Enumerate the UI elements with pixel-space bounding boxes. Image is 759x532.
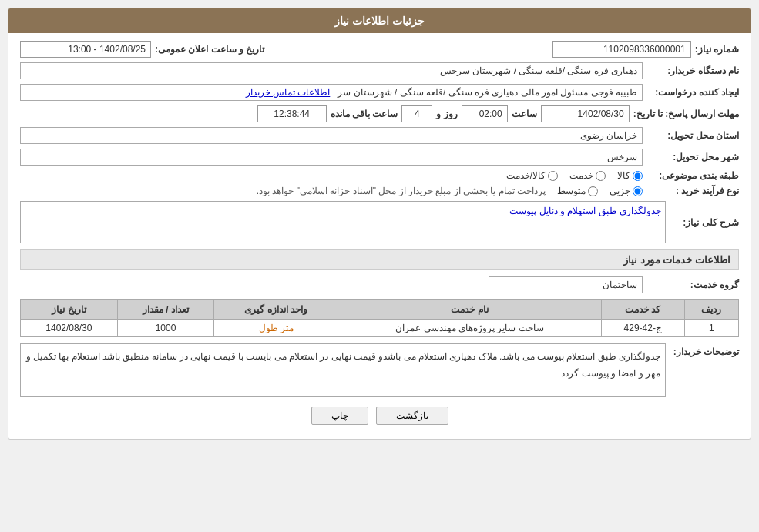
deadline-days: 4: [401, 105, 432, 122]
purchase-mottaset-label: متوسط: [557, 186, 586, 196]
purchase-jozei-label: جزیی: [610, 186, 630, 196]
buyer-org-label: نام دستگاه خریدار:: [646, 65, 739, 76]
cell-unit: متر طول: [214, 320, 338, 337]
deadline-date: 1402/08/30: [541, 105, 630, 122]
province-value: خراسان رضوی: [20, 127, 643, 144]
table-row: 1 ج-42-429 ساخت سایر پروژه‌های مهندسی عم…: [21, 320, 739, 337]
category-khedmat-item[interactable]: خدمت: [569, 170, 606, 181]
contact-link[interactable]: اطلاعات تماس خریدار: [246, 87, 331, 98]
creator-value: طبیبه فوجی مسئول امور مالی دهیاری فره سن…: [20, 84, 643, 101]
cell-row: 1: [684, 320, 738, 337]
col-header-quantity: تعداد / مقدار: [117, 300, 214, 320]
city-label: شهر محل تحویل:: [646, 152, 739, 162]
category-options: کالا/خدمت خدمت کالا: [506, 170, 643, 181]
creator-text: طبیبه فوجی مسئول امور مالی دهیاری فره سن…: [338, 87, 637, 98]
purchase-jozei-radio[interactable]: [633, 186, 643, 196]
back-button[interactable]: بازگشت: [376, 407, 448, 425]
buyer-notes-label: توضیحات خریدار:: [670, 343, 739, 357]
purchase-type-options: متوسط جزیی: [557, 186, 643, 196]
need-number-label: شماره نیاز:: [695, 44, 739, 55]
purchase-type-row: نوع فرآیند خرید : متوسط جزیی پرداخت تمام…: [20, 186, 739, 196]
services-table: ردیف کد خدمت نام خدمت واحد اندازه گیری ت…: [20, 299, 739, 337]
category-kala-radio[interactable]: [633, 171, 643, 181]
purchase-mottaset-radio[interactable]: [588, 186, 598, 196]
category-kala-khedmat[interactable]: کالا/خدمت: [506, 170, 558, 181]
province-label: استان محل تحویل:: [646, 130, 739, 141]
description-label: شرح کلی نیاز:: [670, 217, 739, 228]
col-header-date: تاریخ نیاز: [21, 300, 118, 320]
action-buttons: بازگشت چاپ: [20, 407, 739, 425]
cell-code: ج-42-429: [601, 320, 684, 337]
deadline-label: مهلت ارسال پاسخ: تا تاریخ:: [633, 109, 739, 119]
creator-row: ایجاد کننده درخواست: طبیبه فوجی مسئول ام…: [20, 84, 739, 101]
cell-name: ساخت سایر پروژه‌های مهندسی عمران: [338, 320, 601, 337]
service-group-value: ساختمان: [489, 276, 643, 293]
buyer-org-value: دهیاری فره سنگی /قلعه سنگی / شهرستان سرخ…: [20, 62, 643, 79]
purchase-type-desc: پرداخت تمام یا بخشی از مبلغ خریدار از مح…: [257, 186, 546, 196]
time-label: ساعت: [512, 109, 537, 119]
category-kala-khedmat-radio[interactable]: [548, 171, 558, 181]
category-label: طبقه بندی موضوعی:: [646, 170, 739, 181]
need-number-value: 1102098336000001: [552, 41, 691, 58]
service-group-row: گروه خدمت: ساختمان: [20, 276, 739, 293]
category-row: طبقه بندی موضوعی: کالا/خدمت خدمت کالا: [20, 170, 739, 181]
need-number-row: شماره نیاز: 1102098336000001 تاریخ و ساع…: [20, 41, 739, 58]
col-header-code: کد خدمت: [601, 300, 684, 320]
purchase-jozei-item[interactable]: جزیی: [610, 186, 643, 196]
buyer-notes-value: جدولگذاری طبق استعلام پیوست می باشد. ملا…: [20, 343, 666, 397]
service-group-label: گروه خدمت:: [646, 279, 739, 290]
description-value: جدولگذاری طبق استهلام و دنایل پیوست: [20, 201, 666, 243]
city-value: سرخس: [20, 149, 643, 166]
print-button[interactable]: چاپ: [311, 407, 368, 425]
description-row: شرح کلی نیاز: جدولگذاری طبق استهلام و دن…: [20, 201, 739, 243]
days-label: روز و: [436, 109, 457, 119]
table-header-row: ردیف کد خدمت نام خدمت واحد اندازه گیری ت…: [21, 300, 739, 320]
remaining-label: ساعت باقی مانده: [331, 109, 398, 119]
creator-label: ایجاد کننده درخواست:: [646, 87, 739, 98]
category-kala-khedmat-label: کالا/خدمت: [506, 170, 546, 181]
page-title: جزئیات اطلاعات نیاز: [8, 8, 751, 33]
buyer-org-row: نام دستگاه خریدار: دهیاری فره سنگی /قلعه…: [20, 62, 739, 79]
services-section-title: اطلاعات خدمات مورد نیاز: [20, 249, 739, 270]
date-value: 1402/08/25 - 13:00: [20, 41, 151, 58]
col-header-unit: واحد اندازه گیری: [214, 300, 338, 320]
col-header-name: نام خدمت: [338, 300, 601, 320]
purchase-type-label: نوع فرآیند خرید :: [646, 186, 739, 196]
category-kala-item[interactable]: کالا: [617, 170, 643, 181]
province-row: استان محل تحویل: خراسان رضوی: [20, 127, 739, 144]
col-header-row: ردیف: [684, 300, 738, 320]
cell-quantity: 1000: [117, 320, 214, 337]
deadline-time: 02:00: [462, 105, 508, 122]
city-row: شهر محل تحویل: سرخس: [20, 149, 739, 166]
cell-date: 1402/08/30: [21, 320, 118, 337]
purchase-mottaset-item[interactable]: متوسط: [557, 186, 598, 196]
category-khedmat-radio[interactable]: [596, 171, 606, 181]
category-kala-label: کالا: [617, 170, 630, 181]
category-khedmat-label: خدمت: [569, 170, 593, 181]
date-label: تاریخ و ساعت اعلان عمومی:: [155, 44, 264, 55]
buyer-notes-row: توضیحات خریدار: جدولگذاری طبق استعلام پی…: [20, 343, 739, 397]
deadline-row: مهلت ارسال پاسخ: تا تاریخ: 1402/08/30 سا…: [20, 105, 739, 122]
deadline-remaining: 12:38:44: [257, 105, 327, 122]
